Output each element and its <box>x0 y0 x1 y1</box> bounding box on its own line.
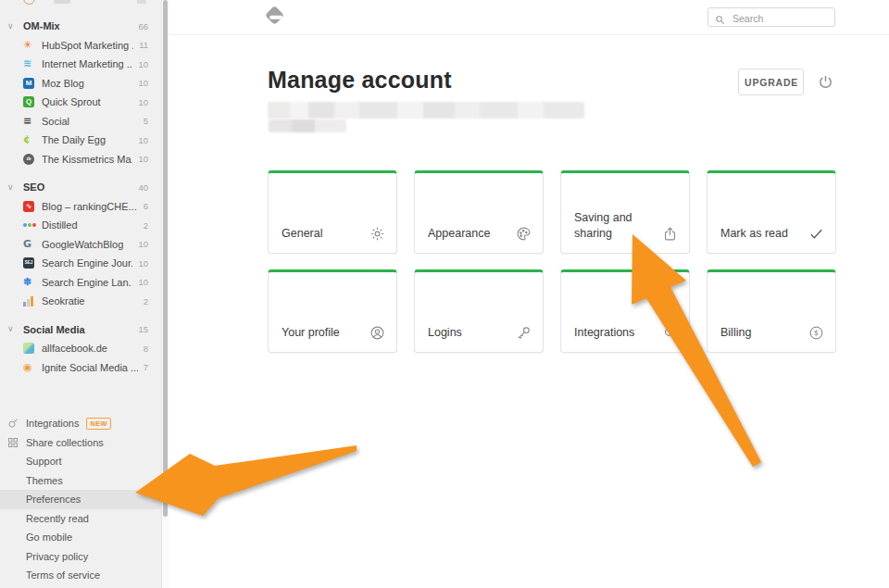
settings-card-integrations[interactable]: Integrations <box>560 269 690 353</box>
clipped-feed-icon <box>23 0 35 5</box>
ignite-icon: ◉ <box>23 362 32 373</box>
allfacebook-icon <box>23 343 34 354</box>
unread-count: 10 <box>138 239 148 249</box>
settings-card-billing[interactable]: Billing$ <box>707 269 836 353</box>
sidebar-item-label: Share collections <box>26 437 104 448</box>
feed-item[interactable]: ✽Search Engine Lan...10 <box>0 273 161 293</box>
googlewatchblog-icon: G <box>23 239 31 250</box>
feed-item-label: The Kissmetrics Ma... <box>42 154 132 165</box>
page-title: Manage account <box>268 67 452 94</box>
feed-item[interactable]: ¢The Daily Egg10 <box>0 131 161 150</box>
settings-card-your-profile[interactable]: Your profile <box>268 269 397 353</box>
unread-count: 66 <box>138 21 148 31</box>
moz-icon: M <box>23 78 34 89</box>
searchengineland-icon: ✽ <box>23 277 31 288</box>
chevron-down-icon: ∨ <box>7 325 23 333</box>
feed-item-label: Search Engine Jour... <box>42 257 132 269</box>
upgrade-button[interactable]: UPGRADE <box>738 69 804 95</box>
sidebar-item-go-mobile[interactable]: Go mobile <box>0 528 161 547</box>
unread-count: 15 <box>138 324 148 334</box>
sidebar-item-label: Integrations <box>26 418 79 429</box>
feed-item-label: GoogleWatchBlog <box>42 239 132 250</box>
palette-icon <box>515 225 532 242</box>
feed-item[interactable]: ✳HubSpot Marketing ...11 <box>0 36 161 56</box>
gear-icon <box>369 225 385 242</box>
settings-card-appearance[interactable]: Appearance <box>414 170 544 254</box>
settings-card-general[interactable]: General <box>268 170 397 254</box>
settings-card-saving-and-sharing[interactable]: Saving and sharing <box>560 170 690 254</box>
feed-item[interactable]: Distilled2 <box>0 216 161 235</box>
distilled-icon <box>23 223 36 227</box>
feed-item[interactable]: SEJSearch Engine Jour...10 <box>0 254 161 273</box>
chevron-down-icon: ∨ <box>7 22 23 31</box>
internet-marketing-icon: ≋ <box>23 58 31 69</box>
feedly-logo-icon[interactable] <box>265 6 284 25</box>
feed-item[interactable]: allfacebook.de8 <box>0 339 161 358</box>
feed-item[interactable]: MMoz Blog10 <box>0 74 161 94</box>
dollar-icon: $ <box>808 324 824 341</box>
feed-item[interactable]: ≋Internet Marketing ...10 <box>0 55 161 74</box>
unread-count: 10 <box>138 135 148 145</box>
unread-count: 40 <box>138 182 148 193</box>
new-badge: NEW <box>86 418 110 430</box>
feed-item[interactable]: ◉Ignite Social Media ...7 <box>0 358 161 378</box>
redacted-account-email <box>268 102 584 119</box>
settings-card-grid: GeneralAppearanceSaving and sharingMark … <box>268 170 836 353</box>
sidebar-item-integrations[interactable]: IntegrationsNEW <box>0 414 161 433</box>
plug-icon <box>7 418 26 429</box>
card-label: Logins <box>428 325 506 341</box>
card-label: Integrations <box>574 325 652 341</box>
feed-group-label: Social Media <box>23 324 132 335</box>
chevron-down-icon: ∨ <box>7 183 23 192</box>
feed-item[interactable]: ılıThe Kissmetrics Ma...10 <box>0 150 161 169</box>
feed-list: ∨OM-Mix66✳HubSpot Marketing ...11≋Intern… <box>0 17 161 377</box>
feed-item[interactable]: ≡Social5 <box>0 112 161 131</box>
feed-item[interactable]: GGoogleWatchBlog10 <box>0 235 161 255</box>
feed-group-header[interactable]: ∨SEO40 <box>0 178 161 197</box>
sidebar-scrollbar <box>162 0 169 588</box>
sidebar-item-label: Terms of service <box>26 569 100 581</box>
feed-group-header[interactable]: ∨Social Media15 <box>0 320 161 340</box>
magnifier-icon <box>661 324 678 341</box>
unread-count: 5 <box>144 116 148 126</box>
search-icon <box>715 12 725 29</box>
card-label: Your profile <box>282 325 359 341</box>
sidebar-item-preferences[interactable]: Preferences <box>0 490 161 509</box>
settings-card-mark-as-read[interactable]: Mark as read <box>707 170 836 254</box>
feed-item[interactable]: Seokratie2 <box>0 292 161 311</box>
unread-count: 10 <box>138 59 148 69</box>
sidebar-item-terms-of-service[interactable]: Terms of service <box>0 566 161 585</box>
share-icon <box>661 225 678 242</box>
feed-item-label: Distilled <box>42 219 138 231</box>
sidebar: ∨OM-Mix66✳HubSpot Marketing ...11≋Intern… <box>0 0 162 588</box>
sidebar-item-privacy-policy[interactable]: Privacy policy <box>0 547 161 567</box>
sidebar-item-label: Preferences <box>26 494 81 505</box>
feed-group-header[interactable]: ∨OM-Mix66 <box>0 17 161 36</box>
feed-item-label: Social <box>42 116 138 127</box>
feed-group: ∨SEO40∿Blog – rankingCHE...6Distilled2GG… <box>0 178 161 311</box>
kissmetrics-icon: ılı <box>23 154 34 165</box>
feed-item-label: The Daily Egg <box>42 134 132 145</box>
card-label: Appearance <box>428 226 506 242</box>
unread-count: 6 <box>144 201 148 211</box>
feed-item-label: Ignite Social Media ... <box>42 362 138 373</box>
sidebar-item-themes[interactable]: Themes <box>0 471 161 491</box>
quicksprout-icon: Q <box>23 96 34 107</box>
feed-item[interactable]: QQuick Sprout10 <box>0 93 161 112</box>
settings-card-logins[interactable]: Logins <box>414 269 544 353</box>
svg-text:$: $ <box>814 329 819 337</box>
unread-count: 8 <box>144 344 148 354</box>
feed-group-label: SEO <box>23 181 132 193</box>
unread-count: 10 <box>138 277 148 287</box>
check-icon <box>808 225 824 242</box>
feed-item[interactable]: ∿Blog – rankingCHE...6 <box>0 197 161 217</box>
sidebar-item-recently-read[interactable]: Recently read <box>0 509 161 529</box>
search-input[interactable] <box>731 8 834 28</box>
feed-item-label: Search Engine Lan... <box>42 277 132 288</box>
sidebar-item-support[interactable]: Support <box>0 452 161 471</box>
sidebar-item-share-collections[interactable]: Share collections <box>0 433 161 453</box>
feed-group-label: OM-Mix <box>23 20 132 31</box>
feed-item-label: Internet Marketing ... <box>42 58 132 69</box>
logout-power-icon[interactable] <box>817 74 833 91</box>
scrollbar-thumb[interactable] <box>163 0 168 517</box>
